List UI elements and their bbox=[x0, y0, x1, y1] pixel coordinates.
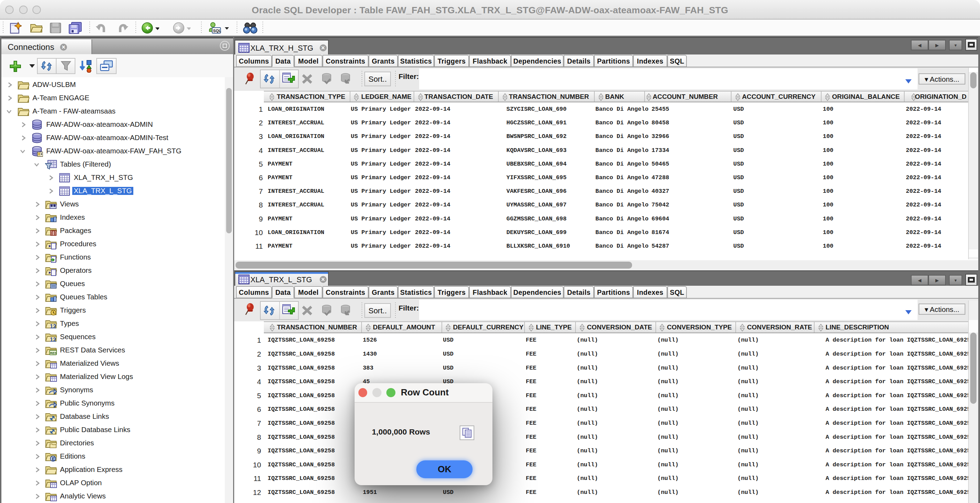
svg-text:SQL: SQL bbox=[213, 29, 221, 33]
svg-text:E: E bbox=[52, 456, 55, 462]
svg-text:12: 12 bbox=[50, 323, 56, 329]
svg-text:REST: REST bbox=[50, 351, 57, 355]
svg-text:12: 12 bbox=[50, 337, 56, 343]
